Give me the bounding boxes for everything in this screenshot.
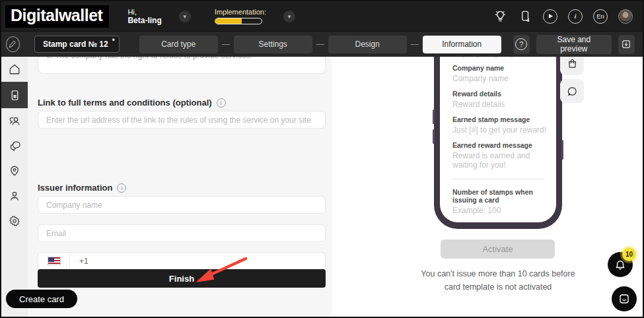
activate-button[interactable]: Activate [441, 239, 555, 259]
information-form: 6. The company has the right to refuse t… [28, 57, 337, 317]
avatar-image [618, 9, 633, 24]
preview-field-value: Just [#] to get your reward! [452, 125, 556, 135]
preview-field: Earned stamp messageJust [#] to get your… [452, 115, 556, 135]
phone-screen: How to earn a stampBuy anything to get a… [440, 30, 556, 222]
phone-power-button [561, 140, 563, 160]
preview-field: Company nameCompany name [452, 64, 556, 83]
phone-volume-button [433, 129, 435, 144]
app-logo: Digitalwallet [5, 5, 109, 28]
notification-count-badge: 10 [622, 247, 636, 261]
bell-icon [614, 259, 626, 270]
preview-field-label: Number of stamps when issuing a card [452, 188, 556, 204]
sidebar-item-chats[interactable] [1, 133, 28, 158]
edit-pencil-icon[interactable] [6, 36, 20, 52]
implementation-progress: Implementation: [215, 8, 266, 24]
implementation-progress-fill [215, 18, 242, 24]
language-selector[interactable]: En [592, 9, 608, 24]
card-toolbar: Stamp card № 12 * Card type — Settings —… [1, 31, 643, 57]
sidebar-item-home[interactable] [1, 57, 28, 82]
step-dash: — [316, 40, 324, 49]
phone-volume-button [433, 110, 435, 124]
greeting-hi: Hi, [127, 8, 161, 16]
link-field-label: Link to full terms and conditions (optio… [38, 98, 226, 108]
tab-settings[interactable]: Settings [234, 36, 312, 53]
digitalwallet-app: { "topbar": { "logo": "Digitalwallet", "… [0, 0, 644, 318]
create-card-button[interactable]: Create card [6, 290, 77, 308]
messenger-icon [618, 293, 630, 305]
tab-information[interactable]: Information [423, 36, 501, 53]
help-button[interactable]: ? [513, 35, 530, 54]
implementation-chevron-down-icon[interactable]: ▾ [283, 11, 295, 22]
preview-field-label: Reward details [452, 90, 556, 98]
finish-button[interactable]: Finish [38, 269, 326, 288]
email-input[interactable] [38, 224, 326, 242]
preview-field-label: Multi rewards [452, 222, 556, 222]
link-info-icon[interactable]: i [217, 98, 226, 108]
phone-field [38, 252, 326, 270]
issuer-section-label: Issuer information i [38, 183, 126, 193]
form-scrollbar[interactable] [332, 57, 337, 317]
issuer-info-icon[interactable]: i [117, 183, 126, 193]
save-and-preview-button[interactable]: Save and preview [536, 35, 612, 54]
device-preview-icon[interactable] [517, 9, 533, 24]
preview-field-value: Reward is earned and waiting for you! [452, 151, 556, 170]
preview-field-value: Company name [452, 74, 556, 83]
language-label: En [593, 9, 608, 24]
preview-field-value: Example: 100 [452, 206, 556, 215]
card-preview-panel: How to earn a stampBuy anything to get a… [337, 57, 643, 317]
sidebar-nav [1, 57, 28, 317]
preview-field-value: Reward details [452, 100, 556, 109]
card-name-input[interactable]: Stamp card № 12 * [34, 36, 120, 53]
tab-card-type[interactable]: Card type [139, 36, 218, 53]
card-name-value: Stamp card № 12 [43, 40, 108, 49]
tab-design[interactable]: Design [328, 36, 407, 53]
topbar: Digitalwallet Hi, Beta-ling ▾ Implementa… [1, 1, 643, 31]
info-icon[interactable]: i [567, 9, 583, 24]
wizard-steps: Card type — Settings — Design — Informat… [139, 36, 501, 53]
phone-number-input[interactable] [70, 257, 325, 266]
phone-mockup: How to earn a stampBuy anything to get a… [434, 30, 562, 229]
user-avatar[interactable] [618, 9, 633, 24]
sidebar-item-customers[interactable] [1, 108, 28, 133]
question-icon: ? [515, 38, 527, 50]
messenger-button[interactable] [612, 286, 637, 311]
preview-divider [452, 179, 544, 179]
sidebar-item-settings[interactable] [1, 208, 28, 234]
tips-lightbulb-icon[interactable] [492, 9, 508, 24]
user-greeting: Hi, Beta-ling [127, 8, 161, 25]
implementation-progressbar [215, 18, 262, 24]
greeting-name: Beta-ling [127, 16, 161, 25]
preview-field: Reward detailsReward details [452, 90, 556, 109]
required-asterisk: * [112, 38, 115, 45]
implementation-label: Implementation: [215, 8, 266, 16]
video-tutorial-icon[interactable] [542, 9, 558, 24]
step-dash: — [222, 40, 230, 49]
company-name-input[interactable] [38, 196, 326, 214]
activation-warning: You can't issue more than 10 cards befor… [376, 267, 620, 294]
sidebar-item-cards[interactable] [1, 82, 28, 108]
us-flag-icon [48, 257, 61, 265]
preview-field-label: Company name [452, 64, 556, 72]
topbar-actions: i En [492, 9, 633, 24]
terms-url-input[interactable] [38, 111, 326, 129]
preview-field-label: Earned reward message [452, 141, 556, 149]
export-download-icon[interactable] [618, 35, 635, 54]
account-chevron-down-icon[interactable]: ▾ [179, 11, 191, 22]
country-flag-selector[interactable] [38, 253, 70, 269]
preview-field-list: How to earn a stampBuy anything to get a… [452, 38, 556, 222]
preview-field: Earned reward messageReward is earned an… [452, 141, 556, 170]
preview-field: Multi rewardsExample: 3,5,7 [452, 222, 556, 222]
sidebar-item-locations[interactable] [1, 158, 28, 183]
preview-field-label: Earned stamp message [452, 115, 556, 123]
step-dash: — [411, 40, 419, 49]
sidebar-item-managers[interactable] [1, 183, 28, 208]
chat-bubble-icon[interactable] [560, 79, 584, 103]
notifications-bell-button[interactable]: 10 [608, 252, 633, 277]
preview-field: Number of stamps when issuing a cardExam… [452, 188, 556, 215]
